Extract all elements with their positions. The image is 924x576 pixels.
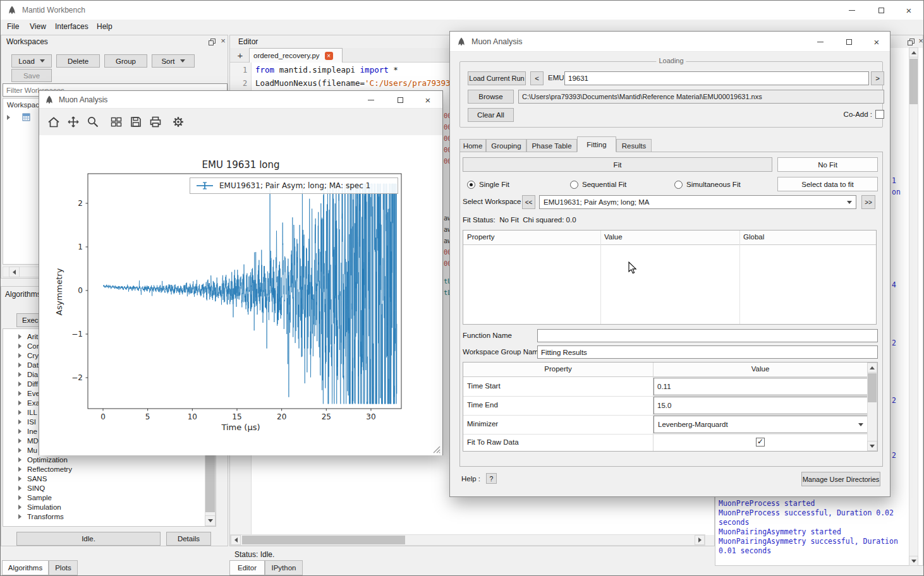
clear-all-button[interactable]: Clear All bbox=[468, 108, 514, 122]
chevron-down-icon bbox=[40, 59, 45, 63]
close-panel-icon[interactable]: × bbox=[916, 36, 924, 45]
new-tab-button[interactable]: + bbox=[234, 49, 246, 61]
algo-category-reflectometry[interactable]: Reflectometry bbox=[3, 465, 216, 474]
minimize-button[interactable] bbox=[356, 91, 386, 109]
no-fit-button[interactable]: No Fit bbox=[777, 157, 878, 172]
dock-tab-plots[interactable]: Plots bbox=[49, 560, 78, 575]
svg-text:25: 25 bbox=[322, 412, 331, 421]
close-button[interactable]: × bbox=[862, 32, 891, 52]
muon-analysis-dialog[interactable]: Muon Analysis × Loading Load Current Run… bbox=[449, 31, 891, 497]
next-run-button[interactable]: > bbox=[871, 71, 884, 85]
scrollbar-thumb[interactable] bbox=[909, 59, 918, 104]
scroll-down-button[interactable] bbox=[867, 441, 877, 451]
run-number-input[interactable] bbox=[564, 71, 869, 85]
fit-to-raw-data-checkbox[interactable] bbox=[756, 438, 765, 447]
messages-vscrollbar[interactable] bbox=[909, 47, 918, 566]
maximize-button[interactable] bbox=[866, 1, 896, 20]
minimize-button[interactable] bbox=[837, 1, 866, 20]
co-add-checkbox[interactable] bbox=[875, 110, 884, 119]
browse-button[interactable]: Browse bbox=[468, 90, 514, 104]
progress-idle-button[interactable]: Idle. bbox=[16, 532, 161, 546]
details-button[interactable]: Details bbox=[166, 532, 211, 546]
select-data-to-fit-button[interactable]: Select data to fit bbox=[777, 177, 878, 191]
delete-button[interactable]: Delete bbox=[56, 54, 100, 68]
help-button[interactable]: ? bbox=[486, 473, 497, 484]
tab-results[interactable]: Results bbox=[616, 139, 652, 152]
subplots-grid-icon[interactable] bbox=[109, 114, 124, 129]
scroll-down-button[interactable] bbox=[909, 556, 918, 566]
scroll-left-button[interactable] bbox=[9, 267, 20, 277]
menu-interfaces[interactable]: Interfaces bbox=[55, 22, 88, 31]
algo-category-sample[interactable]: Sample bbox=[3, 493, 216, 503]
save-icon[interactable] bbox=[128, 114, 143, 129]
close-panel-icon[interactable]: × bbox=[219, 36, 228, 45]
workspace-combobox[interactable]: EMU19631; Pair Asym; long; MA bbox=[539, 195, 856, 209]
expander-icon bbox=[18, 495, 21, 500]
load-button[interactable]: Load bbox=[11, 54, 52, 68]
maximize-button[interactable] bbox=[386, 91, 415, 109]
plot-canvas[interactable]: 051015202530−2−1012 EMU 19631 long EMU19… bbox=[39, 135, 442, 455]
group-button[interactable]: Group bbox=[104, 54, 147, 68]
fit-function-table[interactable]: Property Value Global bbox=[463, 230, 877, 325]
tab-close-icon[interactable]: × bbox=[325, 52, 333, 60]
plot-legend[interactable]: EMU19631; Pair Asym; long; MA: spec 1 bbox=[190, 177, 398, 194]
menu-file[interactable]: File bbox=[7, 22, 19, 31]
save-button[interactable]: Save bbox=[11, 69, 52, 82]
minimize-button[interactable] bbox=[806, 32, 835, 52]
scroll-right-button[interactable] bbox=[695, 535, 705, 545]
tab-grouping[interactable]: Grouping bbox=[486, 139, 526, 152]
load-current-run-button[interactable]: Load Current Run bbox=[468, 71, 526, 85]
sequential-fit-radio[interactable] bbox=[570, 181, 578, 189]
workspace-next-button[interactable]: >> bbox=[861, 195, 875, 209]
algo-category-sinq[interactable]: SINQ bbox=[3, 484, 216, 493]
home-icon[interactable] bbox=[46, 114, 61, 129]
tab-home[interactable]: Home bbox=[459, 139, 486, 152]
svg-text:5: 5 bbox=[145, 412, 150, 421]
time-end-input[interactable]: 15.0 bbox=[653, 397, 868, 414]
scroll-left-button[interactable] bbox=[231, 535, 241, 545]
function-name-input[interactable] bbox=[537, 329, 878, 342]
workspace-prev-button[interactable]: << bbox=[522, 195, 535, 209]
sort-button[interactable]: Sort bbox=[152, 54, 195, 68]
plot-window[interactable]: Muon Analysis × 051015202530−2−1012 EMU … bbox=[39, 90, 443, 455]
file-path-field[interactable]: C:\Users\pra79393\Documents\Mantid\Refer… bbox=[518, 90, 884, 104]
print-icon[interactable] bbox=[148, 114, 163, 129]
tab-fitting[interactable]: Fitting bbox=[577, 136, 616, 152]
editor-tab[interactable]: ordered_recovery.py × bbox=[249, 48, 343, 63]
workspace-group-input[interactable] bbox=[537, 345, 878, 359]
algo-category-simulation[interactable]: Simulation bbox=[3, 503, 216, 512]
zoom-icon[interactable] bbox=[85, 114, 100, 129]
simultaneous-fit-radio[interactable] bbox=[674, 181, 683, 189]
fit-button[interactable]: Fit bbox=[463, 157, 772, 172]
float-panel-icon[interactable] bbox=[207, 37, 216, 46]
dock-tab-algorithms[interactable]: Algorithms bbox=[2, 560, 49, 575]
manage-user-directories-button[interactable]: Manage User Directories bbox=[801, 472, 880, 486]
algo-category-transforms[interactable]: Transforms bbox=[3, 512, 216, 522]
algo-category-sans[interactable]: SANS bbox=[3, 474, 216, 484]
pan-icon[interactable] bbox=[66, 114, 81, 129]
scroll-up-button[interactable] bbox=[867, 363, 877, 373]
dock-tab-ipython[interactable]: IPython bbox=[265, 560, 303, 575]
minimizer-combobox[interactable]: Levenberg-Marquardt bbox=[653, 416, 868, 433]
mantid-workbench-app: { "app": { "title": "Mantid Workbench", … bbox=[0, 0, 924, 576]
expander-icon[interactable] bbox=[7, 115, 10, 120]
expander-icon bbox=[18, 381, 21, 387]
menu-help[interactable]: Help bbox=[97, 22, 112, 31]
previous-run-button[interactable]: < bbox=[530, 71, 544, 85]
scrollbar-thumb[interactable] bbox=[868, 373, 877, 402]
gear-icon[interactable] bbox=[171, 114, 186, 129]
close-button[interactable]: × bbox=[894, 1, 923, 20]
dock-tab-editor[interactable]: Editor bbox=[229, 560, 265, 575]
resize-grip[interactable] bbox=[432, 445, 441, 454]
single-fit-radio[interactable] bbox=[467, 181, 475, 189]
float-panel-icon[interactable] bbox=[906, 37, 915, 46]
scrollbar-thumb[interactable] bbox=[242, 536, 405, 544]
time-start-input[interactable]: 0.11 bbox=[653, 378, 868, 395]
menu-view[interactable]: View bbox=[30, 22, 46, 31]
close-button[interactable]: × bbox=[413, 91, 442, 109]
scroll-up-button[interactable] bbox=[909, 47, 918, 57]
algo-category-optimization[interactable]: Optimization bbox=[3, 455, 216, 465]
scroll-down-button[interactable] bbox=[205, 515, 216, 526]
maximize-button[interactable] bbox=[834, 32, 863, 52]
tab-phase-table[interactable]: Phase Table bbox=[526, 139, 577, 152]
